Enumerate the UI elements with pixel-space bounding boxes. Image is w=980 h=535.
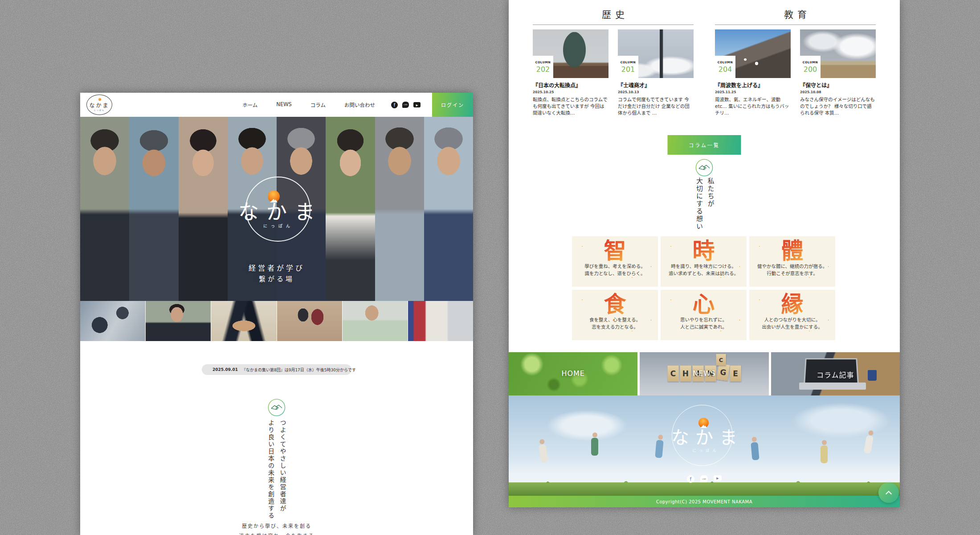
footer-logo-text: なかま: [509, 423, 900, 449]
card-date: 2025.10.08: [800, 90, 876, 94]
desktop-canvas: { "colors": { "accent_from": "#8fc63e", …: [0, 0, 980, 535]
value-line: 時を識り、時を味方につける。: [661, 263, 747, 270]
logo-sun-icon: [98, 98, 101, 101]
handshake-emblem: [268, 399, 286, 418]
card-excerpt: 周波数、氣、エネルギー、波動etc… 集いにこられた方はもうバッチリ…: [715, 96, 791, 117]
footer-logo-subtext: にっぽん: [509, 448, 900, 453]
businesswoman-photo: [146, 301, 211, 341]
value-line: 志を支える力となる。: [572, 324, 658, 331]
facebook-icon[interactable]: f: [391, 102, 398, 108]
section-education: 教育 COLUMN 204 『周波数を上げる』 2025.11.25 周波数、氣…: [715, 7, 876, 117]
badge-label: COLUMN: [718, 61, 733, 64]
tile-home[interactable]: HOME: [509, 352, 637, 395]
value-line: 識を力となし、道をひらく。: [572, 270, 658, 277]
card-title[interactable]: 『士魂商才』: [618, 81, 694, 89]
card-title[interactable]: 『保守とは』: [800, 81, 876, 89]
tile-column-articles[interactable]: コラム記事: [771, 352, 900, 395]
values-intro-vertical-text: 私たちが 大切にする想い: [693, 177, 716, 230]
value-card-food: 食 食を整え、心を整える。志を支える力となる。: [572, 290, 658, 340]
mission-line-2: より良い日本の未来を創造する: [265, 420, 277, 523]
card-excerpt: コラムで何度もでてきています 今だけ金だけ自分だけ 企業などの団体から個人まで …: [618, 96, 694, 117]
value-kanji: 時: [693, 239, 715, 263]
nav-item-home[interactable]: ホーム: [242, 101, 257, 108]
footer-social: f LINE ▶: [509, 475, 900, 483]
section-history: 歴史 COLUMN 202 『日本の大転換点』 2025.10.25 転換点、転…: [533, 7, 694, 117]
values-grid: 智 學びを重ね、考えを深める。識を力となし、道をひらく。 時 時を識り、時を味方…: [572, 236, 835, 340]
badge-number: 204: [719, 65, 732, 74]
card-photo-field: COLUMN 200: [800, 29, 876, 78]
chevron-up-icon: [886, 491, 892, 497]
handshake-photo: [211, 301, 276, 341]
hero-tagline-line2: 繋がる場: [80, 274, 473, 283]
site-logo[interactable]: なかま にっぽん: [86, 95, 112, 115]
column-card-201[interactable]: COLUMN 201 『士魂商才』 2025.10.13 コラムで何度もでてきて…: [618, 29, 694, 117]
column-card-202[interactable]: COLUMN 202 『日本の大転換点』 2025.10.25 転換点、転換点と…: [533, 29, 608, 117]
column-badge: COLUMN 202: [533, 56, 553, 78]
site-header: なかま にっぽん ホーム NEWS コラム お問い合わせ f LINE ▶ ログ…: [80, 93, 473, 117]
column-sections: 歴史 COLUMN 202 『日本の大転換点』 2025.10.25 転換点、転…: [533, 7, 876, 117]
nav-item-contact[interactable]: お問い合わせ: [344, 101, 375, 108]
card-photo-mountain: COLUMN 204: [715, 29, 791, 78]
handshake-emblem: [695, 159, 713, 178]
badge-number: 200: [804, 65, 817, 74]
values-intro-left: 大切にする想い: [693, 177, 705, 230]
column-card-204[interactable]: COLUMN 204 『周波数を上げる』 2025.11.25 周波数、氣、エネ…: [715, 29, 791, 117]
youtube-icon[interactable]: ▶: [714, 475, 722, 481]
youtube-icon[interactable]: ▶: [413, 102, 421, 107]
value-line: 行動こそが意志を示す。: [749, 270, 835, 277]
card-title[interactable]: 『日本の大転換点』: [533, 81, 608, 89]
copyright-bar: Copyright(C) 2025 MOVEMENT NAKAMA: [509, 496, 900, 507]
value-kanji: 縁: [781, 292, 804, 317]
values-intro-right: 私たちが: [704, 177, 716, 230]
value-line: 思いやりを忘れずに。: [661, 317, 747, 324]
section-title: 教育: [715, 7, 876, 25]
tile-label: コラム記事: [771, 369, 900, 380]
line-icon[interactable]: LINE: [402, 102, 409, 108]
column-card-200[interactable]: COLUMN 200 『保守とは』 2025.10.08 みなさん保守のイメージ…: [800, 29, 876, 117]
laptop-photo: [799, 383, 866, 390]
tile-label: NEWS: [640, 369, 768, 378]
column-badge: COLUMN 201: [618, 56, 638, 78]
value-kanji: 心: [693, 292, 715, 317]
handshake-icon: [695, 159, 713, 177]
card-excerpt: 転換点、転換点とこちらのコラムでも何度も出てきていますが 今回は間違いなく大転換…: [533, 96, 608, 117]
tile-news[interactable]: C H A N G E C NEWS: [640, 352, 768, 395]
value-kanji: 體: [781, 239, 804, 263]
worker-photo: [343, 301, 408, 341]
hero-logo-subtext: にっぽん: [80, 223, 473, 229]
card-row: COLUMN 204 『周波数を上げる』 2025.11.25 周波数、氣、エネ…: [715, 29, 876, 117]
nav-item-column[interactable]: コラム: [310, 101, 326, 108]
wood-block: C: [716, 354, 726, 366]
hero-logo-text: なかま: [80, 195, 473, 225]
header-social: f LINE ▶: [391, 102, 421, 108]
line-icon[interactable]: LINE: [700, 475, 708, 482]
right-browser-page: 歴史 COLUMN 202 『日本の大転換点』 2025.10.25 転換点、転…: [509, 0, 900, 507]
nav-item-news[interactable]: NEWS: [276, 101, 292, 108]
logo-subtext: にっぽん: [87, 109, 112, 111]
tile-label: HOME: [509, 369, 637, 378]
grass-photo: [509, 482, 900, 496]
badge-label: COLUMN: [803, 61, 818, 64]
value-card-bond: 縁 人とのつながりを大切に。出会いが人生を豊かにする。: [749, 290, 835, 340]
left-browser-page: なかま にっぽん ホーム NEWS コラム お問い合わせ f LINE ▶ ログ…: [80, 93, 473, 535]
footer-sky-photo: なかま にっぽん f LINE ▶: [509, 395, 900, 496]
card-date: 2025.10.13: [618, 90, 694, 94]
value-line: 出会いが人生を豊かにする。: [749, 324, 835, 331]
value-line: 追い求めずとも、未来は訪れる。: [661, 270, 747, 277]
facebook-icon[interactable]: f: [687, 475, 694, 483]
office-photo: [80, 301, 145, 341]
card-date: 2025.10.25: [533, 90, 608, 94]
badge-number: 201: [621, 65, 635, 74]
login-button[interactable]: ログイン: [432, 93, 473, 117]
header-nav: ホーム NEWS コラム お問い合わせ: [242, 101, 375, 108]
logo-text: なかま: [89, 101, 109, 109]
value-card-wisdom: 智 學びを重ね、考えを深める。識を力となし、道をひらく。: [572, 236, 658, 287]
meeting-photo: [277, 301, 342, 341]
column-list-button[interactable]: コラム一覧: [668, 135, 741, 155]
card-title[interactable]: 『周波数を上げる』: [715, 81, 791, 89]
news-notice-bar[interactable]: 2025.09.01 『なかまの集い第8回』は9月17日（水）午後5時30分から…: [202, 364, 351, 375]
hero-tagline-line1: 経営者が学び: [80, 262, 473, 273]
scroll-to-top-button[interactable]: [878, 482, 899, 503]
value-card-body: 體 健やかな體に、継続の力が宿る。行動こそが意志を示す。: [749, 236, 835, 287]
value-line: 健やかな體に、継続の力が宿る。: [749, 263, 835, 270]
